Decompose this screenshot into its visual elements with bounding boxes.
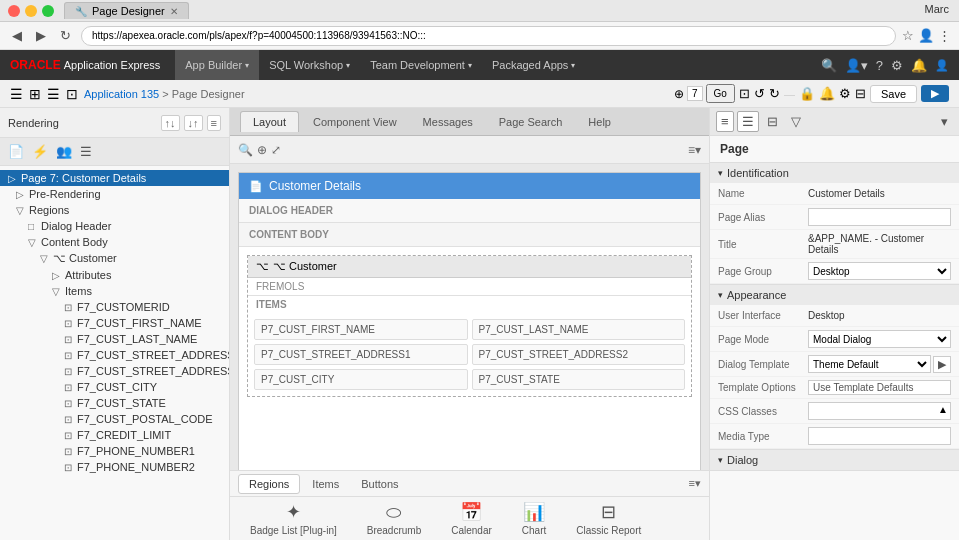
tree-item-dialog-header[interactable]: □ Dialog Header xyxy=(0,218,229,234)
nav-item-app-builder[interactable]: App Builder ▾ xyxy=(175,50,259,80)
form-item-first-name[interactable]: P7_CUST_FIRST_NAME xyxy=(254,319,468,340)
tab-page-search[interactable]: Page Search xyxy=(487,112,575,132)
back-button[interactable]: ◀ xyxy=(8,26,26,45)
filter-icon[interactable]: ▽ xyxy=(786,111,806,132)
tree-item-customerid[interactable]: ⊡ F7_CUSTOMERID xyxy=(0,299,229,315)
help-icon[interactable]: ? xyxy=(876,58,883,73)
nav-item-team-development[interactable]: Team Development ▾ xyxy=(360,50,482,80)
redo-icon[interactable]: ↻ xyxy=(769,86,780,101)
form-item-address1[interactable]: P7_CUST_STREET_ADDRESS1 xyxy=(254,344,468,365)
tree-item-phone1[interactable]: ⊡ F7_PHONE_NUMBER1 xyxy=(0,443,229,459)
canvas-menu-icon[interactable]: ≡▾ xyxy=(688,143,701,157)
prop-page-group-select[interactable]: Desktop xyxy=(808,262,951,280)
component-breadcrumb[interactable]: ⬭ Breadcrumb xyxy=(367,502,421,536)
tab-messages[interactable]: Messages xyxy=(411,112,485,132)
prop-dialog-template-select[interactable]: Theme Default xyxy=(808,355,931,373)
close-window-button[interactable] xyxy=(8,5,20,17)
tree-item-credit[interactable]: ⊡ F7_CREDIT_LIMIT xyxy=(0,427,229,443)
template-options-button[interactable]: Use Template Defaults xyxy=(808,380,951,395)
tree-item-content-body[interactable]: ▽ Content Body xyxy=(0,234,229,250)
canvas-zoom-icon[interactable]: ⊕ xyxy=(257,143,267,157)
refresh-button[interactable]: ↻ xyxy=(56,26,75,45)
person-icon[interactable]: 👤 xyxy=(918,28,934,43)
avatar[interactable]: 👤 xyxy=(935,59,949,72)
lock-icon[interactable]: 🔒 xyxy=(799,86,815,101)
tree-item-address2[interactable]: ⊡ F7_CUST_STREET_ADDRESS2 xyxy=(0,363,229,379)
undo-icon[interactable]: ↺ xyxy=(754,86,765,101)
bottom-tab-regions[interactable]: Regions xyxy=(238,474,300,494)
menu-icon[interactable]: ⋮ xyxy=(938,28,951,43)
section-appearance-header[interactable]: ▾ Appearance xyxy=(710,285,959,305)
close-tab-icon[interactable]: ✕ xyxy=(170,6,178,17)
tab-shared-icon[interactable]: 👥 xyxy=(56,144,72,159)
component-chart[interactable]: 📊 Chart xyxy=(522,501,546,536)
tab-help[interactable]: Help xyxy=(576,112,623,132)
bottom-tab-items[interactable]: Items xyxy=(302,475,349,493)
tree-item-last-name[interactable]: ⊡ F7_CUST_LAST_NAME xyxy=(0,331,229,347)
css-classes-input[interactable]: ▲ xyxy=(808,402,951,420)
form-item-address2[interactable]: P7_CUST_STREET_ADDRESS2 xyxy=(472,344,686,365)
page-nav-icon[interactable]: ⊕ xyxy=(674,87,684,101)
run-button[interactable]: ▶ xyxy=(921,85,949,102)
tree-item-attributes[interactable]: ▷ Attributes xyxy=(0,267,229,283)
manage-icon[interactable]: ⊟ xyxy=(855,86,866,101)
form-item-state[interactable]: P7_CUST_STATE xyxy=(472,369,686,390)
sort-asc-button[interactable]: ↑↓ xyxy=(161,115,180,131)
hamburger-icon[interactable]: ☰ xyxy=(10,86,23,102)
shared-components-icon[interactable]: ⊡ xyxy=(66,86,78,102)
prop-page-mode-select[interactable]: Modal Dialog xyxy=(808,330,951,348)
alerts-icon[interactable]: 🔔 xyxy=(911,58,927,73)
bottom-tab-buttons[interactable]: Buttons xyxy=(351,475,408,493)
maximize-window-button[interactable] xyxy=(42,5,54,17)
tree-item-regions[interactable]: ▽ Regions xyxy=(0,202,229,218)
url-input[interactable] xyxy=(81,26,896,46)
properties-icon[interactable]: ☰ xyxy=(47,86,60,102)
align-left-icon[interactable]: ≡ xyxy=(716,111,734,132)
save-button[interactable]: Save xyxy=(870,85,917,103)
copy-page-icon[interactable]: ⊡ xyxy=(739,86,750,101)
tree-item-phone2[interactable]: ⊡ F7_PHONE_NUMBER2 xyxy=(0,459,229,475)
sort-desc-button[interactable]: ↓↑ xyxy=(184,115,203,131)
section-identification-header[interactable]: ▾ Identification xyxy=(710,163,959,183)
align-right-icon[interactable]: ⊟ xyxy=(762,111,783,132)
tree-item-postal[interactable]: ⊡ F7_CUST_POSTAL_CODE xyxy=(0,411,229,427)
tab-layout[interactable]: Layout xyxy=(240,111,299,132)
right-panel-options-icon[interactable]: ▾ xyxy=(936,111,953,132)
canvas-expand-icon[interactable]: ⤢ xyxy=(271,143,281,157)
tab-list-icon[interactable]: ☰ xyxy=(80,144,92,159)
nav-item-packaged-apps[interactable]: Packaged Apps ▾ xyxy=(482,50,585,80)
tree-item-state[interactable]: ⊡ F7_CUST_STATE xyxy=(0,395,229,411)
sidebar-menu-button[interactable]: ≡ xyxy=(207,115,221,131)
forward-button[interactable]: ▶ xyxy=(32,26,50,45)
bottom-menu-icon[interactable]: ≡▾ xyxy=(689,477,701,490)
section-dialog-header[interactable]: ▾ Dialog xyxy=(710,450,959,470)
tab-component-view[interactable]: Component View xyxy=(301,112,409,132)
component-classic-report[interactable]: ⊟ Classic Report xyxy=(576,501,641,536)
search-icon[interactable]: 🔍 xyxy=(821,58,837,73)
css-expand-icon[interactable]: ▲ xyxy=(938,404,948,415)
page-number-input[interactable]: 7 xyxy=(687,86,703,101)
dialog-template-expand-button[interactable]: ▶ xyxy=(933,356,951,373)
prop-page-alias-input[interactable] xyxy=(808,208,951,226)
form-item-city[interactable]: P7_CUST_CITY xyxy=(254,369,468,390)
tree-item-page7[interactable]: ▷ Page 7: Customer Details xyxy=(0,170,229,186)
tree-item-address1[interactable]: ⊡ F7_CUST_STREET_ADDRESS1 xyxy=(0,347,229,363)
settings-icon[interactable]: ⚙ xyxy=(891,58,903,73)
utilities-icon[interactable]: ⚙ xyxy=(839,86,851,101)
breadcrumb-app-link[interactable]: Application 135 xyxy=(84,88,159,100)
align-center-icon[interactable]: ☰ xyxy=(737,111,759,132)
page-structure-icon[interactable]: ⊞ xyxy=(29,86,41,102)
user-menu-icon[interactable]: 👤▾ xyxy=(845,58,868,73)
tree-item-customer[interactable]: ▽ ⌥ Customer xyxy=(0,250,229,267)
prop-media-type-input[interactable] xyxy=(808,427,951,445)
go-button[interactable]: Go xyxy=(706,84,735,103)
tree-item-pre-rendering[interactable]: ▷ Pre-Rendering xyxy=(0,186,229,202)
tab-dynamic-icon[interactable]: ⚡ xyxy=(32,144,48,159)
notifications-icon[interactable]: 🔔 xyxy=(819,86,835,101)
nav-item-sql-workshop[interactable]: SQL Workshop ▾ xyxy=(259,50,360,80)
form-item-last-name[interactable]: P7_CUST_LAST_NAME xyxy=(472,319,686,340)
tree-item-city[interactable]: ⊡ F7_CUST_CITY xyxy=(0,379,229,395)
minimize-window-button[interactable] xyxy=(25,5,37,17)
component-calendar[interactable]: 📅 Calendar xyxy=(451,501,492,536)
tree-item-first-name[interactable]: ⊡ F7_CUST_FIRST_NAME xyxy=(0,315,229,331)
